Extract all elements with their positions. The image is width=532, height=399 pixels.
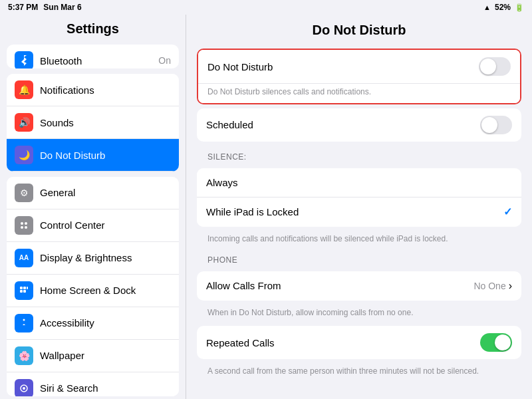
svg-point-0	[21, 222, 23, 225]
silence-desc: Incoming calls and notifications will be…	[197, 231, 521, 249]
status-bar: 5:37 PM Sun Mar 6 ▲ 52% 🔋	[0, 0, 532, 15]
accessibility-label: Accessibility	[40, 317, 171, 329]
silence-locked-label: While iPad is Locked	[206, 206, 503, 217]
allow-calls-label: Allow Calls From	[206, 280, 473, 291]
sidebar-section-3: ⚙ General Control Center AA Display & Br…	[7, 177, 179, 396]
content-area: Do Not Disturb Do Not Disturb Do Not Dis…	[186, 15, 532, 399]
battery-icon: 🔋	[515, 3, 524, 12]
status-left: 5:37 PM Sun Mar 6	[8, 3, 82, 12]
silence-group: Always While iPad is Locked ✓	[197, 168, 521, 227]
sidebar-item-notifications[interactable]: 🔔 Notifications	[7, 74, 179, 106]
scheduled-group: Scheduled	[197, 108, 521, 142]
svg-point-2	[21, 226, 23, 229]
scheduled-row: Scheduled	[197, 108, 521, 142]
svg-rect-5	[23, 287, 26, 289]
status-right: ▲ 52% 🔋	[483, 3, 524, 12]
silence-locked-check: ✓	[503, 205, 512, 218]
silence-always-label: Always	[206, 177, 512, 188]
control-center-label: Control Center	[40, 219, 171, 231]
bluetooth-icon	[15, 51, 33, 68]
home-screen-icon	[15, 281, 33, 300]
repeated-calls-toggle[interactable]	[480, 333, 512, 352]
status-time: 5:37 PM	[8, 3, 38, 12]
silence-section-label: SILENCE:	[197, 146, 521, 164]
display-brightness-label: Display & Brightness	[40, 252, 171, 263]
content-title: Do Not Disturb	[186, 15, 532, 45]
sounds-icon: 🔊	[15, 113, 33, 132]
battery-level: 52%	[495, 3, 511, 12]
do-not-disturb-icon: 🌙	[15, 146, 33, 164]
dnd-toggle-group: Do Not Disturb Do Not Disturb silences c…	[197, 49, 521, 104]
sidebar-item-display-brightness[interactable]: AA Display & Brightness	[7, 242, 179, 275]
svg-point-3	[25, 226, 27, 229]
dnd-toggle[interactable]	[479, 57, 511, 76]
bluetooth-value: On	[158, 55, 171, 66]
svg-rect-6	[27, 287, 28, 289]
svg-rect-7	[20, 290, 23, 293]
sidebar-section-2: 🔔 Notifications 🔊 Sounds 🌙 Do Not Distur…	[7, 74, 179, 171]
sidebar: Settings Bluetooth On 🔔 Notifications 🔊	[0, 15, 186, 399]
general-label: General	[40, 187, 171, 198]
main-layout: Settings Bluetooth On 🔔 Notifications 🔊	[0, 15, 532, 399]
phone-section-label: PHONE	[197, 249, 521, 267]
repeated-calls-desc: A second call from the same person withi…	[197, 363, 521, 381]
repeated-calls-row: Repeated Calls	[197, 326, 521, 359]
notifications-label: Notifications	[40, 84, 171, 96]
bluetooth-label: Bluetooth	[40, 55, 158, 66]
allow-calls-row[interactable]: Allow Calls From No One ›	[197, 271, 521, 301]
repeated-calls-label: Repeated Calls	[206, 337, 480, 348]
do-not-disturb-label: Do Not Disturb	[40, 150, 171, 161]
display-brightness-icon: AA	[15, 249, 33, 267]
silence-always-row[interactable]: Always	[197, 168, 521, 198]
sidebar-section-1: Bluetooth On	[7, 45, 179, 68]
sidebar-item-control-center[interactable]: Control Center	[7, 209, 179, 242]
wallpaper-label: Wallpaper	[40, 350, 171, 361]
svg-rect-4	[20, 287, 23, 289]
sidebar-item-sounds[interactable]: 🔊 Sounds	[7, 106, 179, 139]
accessibility-icon	[15, 314, 33, 332]
wifi-icon: ▲	[483, 3, 491, 11]
scheduled-toggle[interactable]	[480, 116, 512, 134]
sidebar-item-home-screen[interactable]: Home Screen & Dock	[7, 275, 179, 307]
svg-point-1	[25, 222, 27, 225]
status-date: Sun Mar 6	[43, 3, 81, 12]
svg-point-11	[23, 387, 25, 390]
repeated-calls-group: Repeated Calls	[197, 326, 521, 359]
sidebar-item-siri-search[interactable]: Siri & Search	[7, 372, 179, 396]
sidebar-item-wallpaper[interactable]: 🌸 Wallpaper	[7, 340, 179, 372]
allow-calls-group: Allow Calls From No One ›	[197, 271, 521, 301]
silence-locked-row[interactable]: While iPad is Locked ✓	[197, 198, 521, 227]
siri-search-label: Siri & Search	[40, 382, 171, 394]
home-screen-label: Home Screen & Dock	[40, 285, 171, 296]
sidebar-item-accessibility[interactable]: Accessibility	[7, 307, 179, 340]
allow-calls-desc: When in Do Not Disturb, allow incoming c…	[197, 305, 521, 323]
sidebar-item-bluetooth[interactable]: Bluetooth On	[7, 45, 179, 68]
general-icon: ⚙	[15, 184, 33, 202]
sidebar-title: Settings	[0, 15, 186, 42]
allow-calls-value: No One	[473, 281, 505, 291]
dnd-toggle-label: Do Not Disturb	[207, 61, 479, 72]
sidebar-item-do-not-disturb[interactable]: 🌙 Do Not Disturb	[7, 139, 179, 171]
sidebar-item-general[interactable]: ⚙ General	[7, 177, 179, 209]
notifications-icon: 🔔	[15, 80, 33, 99]
sounds-label: Sounds	[40, 117, 171, 128]
scheduled-label: Scheduled	[206, 119, 480, 130]
svg-point-9	[23, 319, 25, 321]
dnd-toggle-desc: Do Not Disturb silences calls and notifi…	[198, 84, 520, 103]
control-center-icon	[15, 216, 33, 235]
wallpaper-icon: 🌸	[15, 346, 33, 365]
dnd-toggle-row: Do Not Disturb	[198, 50, 520, 84]
siri-search-icon	[15, 379, 33, 396]
allow-calls-chevron: ›	[509, 280, 512, 292]
svg-rect-8	[23, 290, 26, 293]
